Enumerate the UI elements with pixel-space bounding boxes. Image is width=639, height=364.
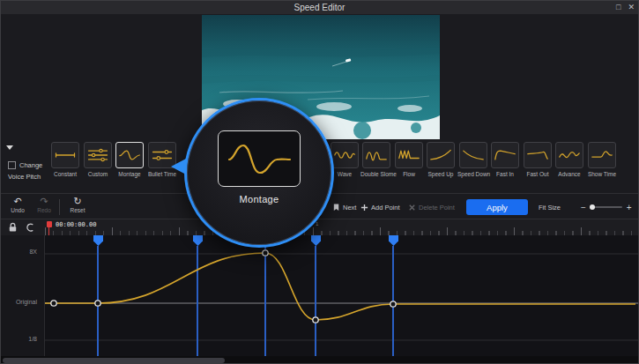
fit-size-label[interactable]: Fit Size (539, 194, 561, 220)
preset-double-slome[interactable]: Double Slome (360, 142, 392, 177)
constant-curve-icon (53, 145, 78, 166)
preset-thumb (555, 142, 583, 168)
toolbar-separator (59, 199, 60, 215)
snap-icon[interactable] (25, 222, 34, 233)
preset-constant[interactable]: Constant (49, 142, 81, 177)
double-slome-curve-icon (364, 145, 389, 166)
maximize-icon[interactable]: □ (616, 1, 620, 14)
preset-magnifier: Montage (184, 98, 334, 248)
reset-icon: ↻ (64, 196, 91, 206)
preset-thumb (427, 142, 455, 168)
playhead-line (48, 221, 49, 235)
next-button[interactable]: Next (332, 194, 356, 220)
preset-flow[interactable]: Flow (393, 142, 425, 177)
magnified-montage-curve-icon (222, 134, 296, 183)
horizontal-scrollbar[interactable] (1, 356, 639, 364)
next-icon (332, 204, 340, 212)
preset-thumb (524, 142, 552, 168)
window-title: Speed Editor (294, 3, 346, 12)
preset-speed-down[interactable]: Speed Down (457, 142, 489, 177)
preset-label: Fast Out (522, 171, 554, 177)
apply-button[interactable]: Apply (466, 199, 528, 215)
speed-up-curve-icon (428, 145, 453, 166)
preset-montage[interactable]: Montage (114, 142, 145, 177)
curve-point[interactable] (51, 301, 56, 306)
preset-speed-up[interactable]: Speed Up (425, 142, 457, 177)
preset-fast-in[interactable]: Fast In (489, 142, 521, 177)
redo-label: Redo (31, 207, 57, 213)
delete-point-button[interactable]: Delete Point (408, 194, 455, 220)
preset-thumb (395, 142, 423, 168)
fast-in-curve-icon (493, 145, 517, 166)
curve-point[interactable] (95, 301, 100, 306)
curve-point[interactable] (313, 317, 318, 323)
delete-point-icon (408, 204, 416, 212)
ruler-major-ticks (45, 227, 639, 235)
zoom-slider[interactable] (591, 206, 622, 208)
title-bar: Speed Editor □ ✕ (1, 1, 638, 14)
custom-sliders-icon (85, 145, 110, 166)
montage-curve-icon (117, 145, 142, 166)
advance-curve-icon (557, 145, 582, 166)
add-point-button[interactable]: Add Point (360, 194, 400, 220)
preset-label: Show Time (586, 171, 618, 177)
close-icon[interactable]: ✕ (628, 1, 635, 14)
preset-thumb (51, 142, 79, 168)
curve-point[interactable] (390, 301, 396, 307)
preset-advance[interactable]: Advance (554, 142, 585, 177)
preset-show-time[interactable]: Show Time (586, 142, 618, 177)
delete-point-label: Delete Point (419, 204, 455, 212)
undo-label: Undo (4, 207, 31, 213)
preset-label: Flow (393, 171, 425, 177)
next-label: Next (343, 204, 356, 212)
preset-label: Advance (554, 171, 585, 177)
preset-label: Montage (114, 171, 145, 177)
zoom-slider-handle[interactable] (590, 204, 595, 210)
speed-curve-canvas[interactable] (1, 235, 639, 356)
fast-out-curve-icon (525, 145, 550, 166)
flow-curve-icon (397, 145, 421, 166)
timeline-ruler[interactable]: 00:00:00.00 1 (1, 219, 639, 235)
undo-button[interactable]: ↶ Undo (4, 196, 31, 213)
reset-button[interactable]: ↻ Reset (64, 196, 91, 213)
preset-label: Custom (82, 171, 114, 177)
preset-thumb (362, 142, 390, 168)
preset-thumb (491, 142, 519, 168)
ruler-mark-label: 1 (316, 221, 318, 227)
preset-label: Fast In (489, 171, 521, 177)
preset-thumb (115, 142, 144, 168)
lock-icon[interactable] (8, 222, 18, 233)
preset-fast-out[interactable]: Fast Out (522, 142, 554, 177)
scrollbar-handle[interactable] (3, 358, 225, 363)
show-time-curve-icon (590, 145, 614, 166)
magnified-preset-label: Montage (240, 194, 279, 204)
curve-point[interactable] (263, 250, 268, 256)
add-point-icon (360, 204, 368, 212)
wave-curve-icon (332, 145, 357, 166)
redo-button[interactable]: ↷ Redo (31, 196, 57, 213)
reset-label: Reset (64, 207, 91, 213)
undo-icon: ↶ (4, 196, 31, 206)
speed-curve[interactable] (45, 253, 635, 320)
add-point-label: Add Point (371, 204, 400, 212)
redo-icon: ↷ (31, 196, 57, 206)
window-controls: □ ✕ (616, 1, 635, 14)
preset-thumb (588, 142, 616, 168)
preset-label: Speed Down (457, 171, 489, 177)
zoom-in-icon[interactable]: + (627, 203, 632, 212)
playhead-flag[interactable] (47, 221, 52, 227)
preset-label: Speed Up (425, 171, 457, 177)
magnified-preset-card (218, 130, 301, 187)
preset-thumb (459, 142, 487, 168)
preset-custom[interactable]: Custom (82, 142, 114, 177)
preset-label: Constant (49, 171, 81, 177)
magnifier-pointer-icon (171, 159, 186, 175)
preset-label: Double Slome (360, 171, 392, 177)
zoom-control: − + (581, 194, 632, 220)
speed-down-curve-icon (461, 145, 486, 166)
preset-thumb (84, 142, 112, 168)
zoom-out-icon[interactable]: − (581, 203, 586, 212)
speed-editor-window: Speed Editor □ ✕ (0, 0, 639, 364)
preset-thumb (331, 142, 359, 168)
